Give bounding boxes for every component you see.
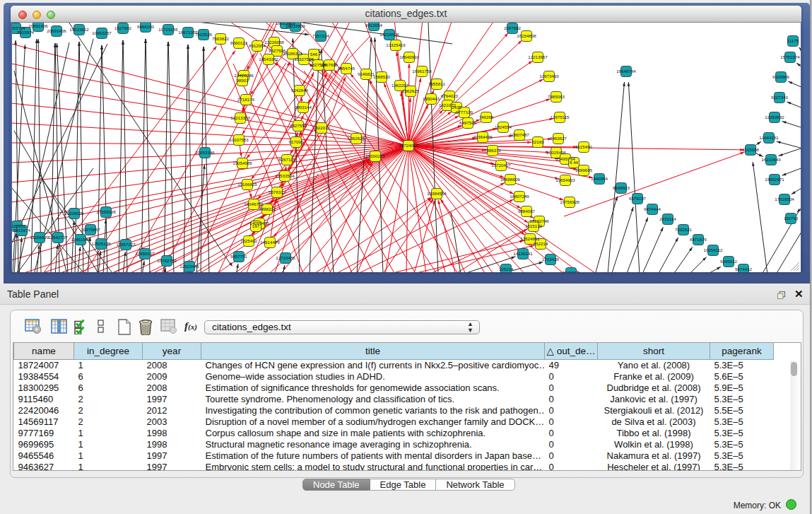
svg-text:6497508: 6497508 [459, 120, 477, 125]
svg-text:746266: 746266 [479, 115, 494, 119]
svg-text:23226058: 23226058 [264, 40, 284, 45]
svg-text:15720407: 15720407 [491, 163, 511, 168]
svg-text:19033812: 19033812 [69, 27, 89, 32]
svg-text:7955812: 7955812 [428, 81, 446, 86]
svg-text:8471676: 8471676 [690, 237, 707, 242]
svg-text:1362207: 1362207 [392, 83, 409, 88]
svg-text:13325419: 13325419 [386, 42, 406, 47]
svg-text:1824554: 1824554 [495, 124, 512, 129]
svg-text:16543382: 16543382 [259, 57, 278, 62]
svg-text:9857791: 9857791 [230, 254, 248, 259]
svg-text:10653267: 10653267 [92, 30, 112, 35]
svg-text:19654923: 19654923 [555, 177, 575, 182]
svg-text:18724007: 18724007 [399, 143, 418, 148]
svg-text:8 44: 8 44 [570, 160, 579, 165]
svg-text:546: 546 [310, 52, 318, 57]
svg-text:12444151: 12444151 [759, 135, 779, 140]
svg-text:18186323: 18186323 [283, 51, 302, 56]
svg-text:15692971: 15692971 [765, 177, 784, 182]
svg-text:13533594: 13533594 [275, 173, 295, 178]
svg-text:12093832: 12093832 [765, 115, 784, 119]
svg-text:2087682: 2087682 [504, 25, 522, 30]
svg-text:8660123: 8660123 [230, 40, 248, 45]
svg-text:19218506: 19218506 [379, 32, 399, 37]
svg-text:3915974: 3915974 [13, 228, 31, 233]
svg-text:16033809: 16033809 [286, 23, 305, 28]
svg-text:18327508: 18327508 [294, 57, 314, 62]
svg-text:10719155: 10719155 [158, 27, 178, 32]
svg-text:19166825: 19166825 [237, 182, 257, 187]
svg-text:11451944: 11451944 [71, 237, 90, 242]
svg-text:17359928: 17359928 [96, 209, 116, 214]
svg-text:20364436: 20364436 [473, 134, 493, 139]
svg-text:12923446: 12923446 [180, 264, 199, 269]
svg-text:13710485: 13710485 [276, 255, 295, 260]
svg-text:20053346: 20053346 [195, 150, 215, 155]
svg-text:1362625: 1362625 [348, 136, 365, 141]
svg-text:3215958: 3215958 [742, 147, 760, 152]
svg-text:10975867: 10975867 [81, 227, 100, 232]
svg-text:16120746: 16120746 [529, 218, 549, 223]
svg-text:8813054: 8813054 [365, 23, 383, 28]
svg-text:9474444: 9474444 [644, 206, 661, 211]
svg-text:7663822: 7663822 [212, 36, 230, 41]
svg-text:23420046: 23420046 [234, 73, 254, 78]
svg-text:11156829: 11156829 [30, 235, 49, 240]
svg-text:16648784: 16648784 [616, 69, 636, 74]
svg-text:10807487: 10807487 [510, 132, 529, 137]
svg-text:9245612: 9245612 [720, 259, 738, 264]
svg-text:9146821: 9146821 [358, 71, 375, 76]
svg-text:1527602: 1527602 [114, 25, 132, 30]
svg-text:9463627: 9463627 [550, 136, 567, 141]
svg-text:12213967: 12213967 [528, 54, 548, 59]
svg-text:19756928: 19756928 [560, 199, 579, 204]
svg-text:197: 197 [252, 223, 260, 228]
svg-text:10973493: 10973493 [539, 74, 559, 78]
svg-text:10688609: 10688609 [500, 177, 520, 182]
svg-text:3498222: 3498222 [259, 206, 276, 211]
svg-text:252214: 252214 [534, 241, 548, 246]
svg-text:2718176: 2718176 [237, 97, 255, 102]
svg-text:14914479: 14914479 [260, 240, 280, 245]
svg-text:98901: 98901 [236, 78, 249, 83]
svg-text:20206576: 20206576 [64, 211, 84, 216]
svg-text:5678312: 5678312 [269, 189, 286, 194]
svg-text:12213383: 12213383 [230, 115, 250, 120]
svg-text:1822017: 1822017 [313, 125, 331, 130]
svg-text:7485063: 7485063 [548, 94, 565, 99]
svg-text:2867608: 2867608 [321, 62, 339, 67]
svg-text:9227343: 9227343 [771, 95, 789, 100]
svg-text:16782759: 16782759 [157, 258, 177, 263]
svg-text:14136141: 14136141 [513, 251, 533, 256]
svg-text:12975115: 12975115 [550, 115, 570, 119]
svg-text:6679197: 6679197 [629, 196, 647, 201]
svg-text:7886372: 7886372 [484, 148, 502, 153]
svg-text:8454749: 8454749 [338, 66, 355, 71]
svg-text:8938923: 8938923 [613, 185, 630, 190]
svg-text:1362625: 1362625 [402, 88, 420, 93]
svg-text:116753: 116753 [784, 216, 799, 221]
svg-text:2803144: 2803144 [295, 105, 312, 110]
svg-text:16046786: 16046786 [244, 201, 264, 206]
svg-text:62160: 62160 [531, 139, 544, 144]
svg-text:16210643: 16210643 [761, 157, 781, 162]
svg-text:2933114: 2933114 [659, 216, 676, 221]
svg-text:2435: 2435 [452, 105, 461, 110]
svg-text:7632621: 7632621 [675, 227, 693, 232]
svg-text:9115460: 9115460 [575, 144, 592, 149]
svg-text:10054112: 10054112 [703, 247, 723, 252]
svg-text:9329966: 9329966 [772, 74, 790, 79]
svg-text:19384554: 19384554 [427, 191, 447, 196]
svg-text:129234: 129234 [499, 267, 514, 271]
svg-text:17016504: 17016504 [775, 197, 794, 201]
svg-text:17957223: 17957223 [116, 242, 136, 247]
svg-text:20691406: 20691406 [28, 23, 48, 28]
svg-text:16154808: 16154808 [517, 33, 536, 38]
svg-text:8267115: 8267115 [278, 157, 295, 162]
svg-text:1588520: 1588520 [373, 74, 391, 79]
svg-text:9777109: 9777109 [456, 110, 473, 115]
svg-text:9242848: 9242848 [291, 88, 309, 93]
svg-text:1733426: 1733426 [542, 257, 560, 262]
svg-text:9474412: 9474412 [735, 267, 753, 271]
svg-text:9699695: 9699695 [575, 168, 593, 173]
